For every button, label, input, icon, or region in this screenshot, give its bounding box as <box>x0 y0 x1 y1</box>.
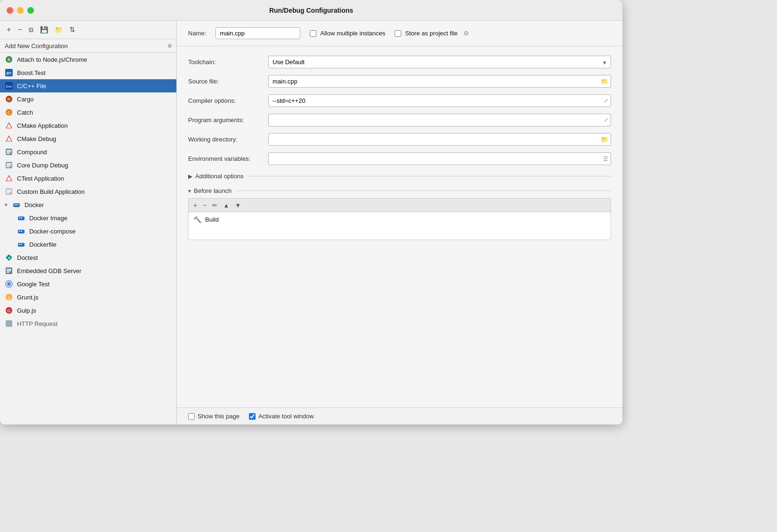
before-launch-divider: ▾ Before launch <box>188 187 611 194</box>
panel-header-label: Add New Configuration <box>5 42 68 50</box>
maximize-button[interactable] <box>27 7 34 14</box>
sidebar-item-compound[interactable]: Compound <box>0 145 176 158</box>
env-vars-input[interactable] <box>268 152 611 165</box>
show-page-checkbox[interactable] <box>188 413 195 420</box>
node-icon: N <box>5 55 13 64</box>
svg-text:G: G <box>7 308 10 313</box>
activate-window-label[interactable]: Activate tool window <box>249 413 314 420</box>
remove-config-button[interactable]: − <box>16 25 24 35</box>
sidebar-item-cargo[interactable]: R Cargo <box>0 92 176 106</box>
store-project-checkbox[interactable] <box>395 30 401 37</box>
compiler-options-wrapper: ⤢ <box>268 94 611 107</box>
toolchain-select[interactable]: Use Default <box>268 56 611 68</box>
before-launch-build-item[interactable]: 🔨 Build <box>189 213 611 225</box>
env-vars-edit-icon[interactable]: ☰ <box>603 156 608 162</box>
docker-image-icon <box>17 214 25 222</box>
before-launch-label: Before launch <box>194 187 231 194</box>
browse-folder-icon[interactable]: 📁 <box>601 78 608 85</box>
sidebar-item-cpp-file[interactable]: C++ C/C++ File <box>0 79 176 92</box>
working-dir-input[interactable] <box>268 133 611 146</box>
compiler-options-label: Compiler options: <box>188 97 268 104</box>
source-file-row: Source file: 📁 <box>188 75 611 88</box>
panel-sort-icon: ≡ <box>168 42 172 50</box>
sidebar-item-label: Google Test <box>17 281 50 288</box>
sidebar-item-cmake-debug[interactable]: CMake Debug <box>0 132 176 145</box>
svg-text:R: R <box>8 97 11 102</box>
sidebar-item-label: Catch <box>17 109 33 116</box>
add-config-button[interactable]: + <box>5 25 13 35</box>
save-config-button[interactable]: 💾 <box>38 25 50 34</box>
before-launch-list: 🔨 Build <box>188 212 611 240</box>
sidebar-item-http[interactable]: HTTP Request <box>0 317 176 330</box>
sidebar-item-docker-compose[interactable]: Docker-compose <box>0 224 176 238</box>
before-launch-add-button[interactable]: + <box>191 200 199 210</box>
program-args-wrapper: ⤢ <box>268 114 611 126</box>
sidebar-item-custom-build[interactable]: Custom Build Application <box>0 185 176 198</box>
before-launch-arrow: ▾ <box>188 188 191 194</box>
minimize-button[interactable] <box>17 7 24 14</box>
before-launch-remove-button[interactable]: − <box>201 200 208 210</box>
sidebar-item-ctest[interactable]: CTest Application <box>0 172 176 185</box>
source-file-input[interactable] <box>268 75 611 88</box>
before-launch-up-button[interactable]: ▲ <box>221 201 231 210</box>
additional-options-arrow: ▶ <box>188 173 192 180</box>
close-button[interactable] <box>7 7 13 14</box>
sidebar-item-label: CMake Debug <box>17 135 56 142</box>
env-vars-control: ☰ <box>268 152 611 165</box>
compiler-options-control: ⤢ <box>268 94 611 107</box>
expand-icon[interactable]: ⤢ <box>604 98 608 104</box>
env-vars-label: Environment variables: <box>188 155 268 162</box>
before-launch-toggle[interactable]: ▾ Before launch <box>188 187 231 194</box>
sidebar-item-doctest[interactable]: ✦ Doctest <box>0 251 176 264</box>
core-dump-icon <box>5 161 13 169</box>
name-input[interactable] <box>215 27 300 39</box>
sidebar-item-label: Docker-compose <box>29 228 75 235</box>
sidebar-item-grunt[interactable]: g Grunt.js <box>0 291 176 304</box>
expand-args-icon[interactable]: ⤢ <box>604 117 608 123</box>
svg-rect-15 <box>7 150 11 151</box>
compiler-options-row: Compiler options: ⤢ <box>188 94 611 107</box>
sidebar-item-docker[interactable]: ▾ Docker <box>0 198 176 211</box>
additional-options-toggle[interactable]: ▶ Additional options <box>188 173 244 180</box>
custom-build-icon <box>5 187 13 196</box>
copy-config-button[interactable]: ⧉ <box>27 25 35 35</box>
compiler-options-input[interactable] <box>268 94 611 107</box>
svg-rect-20 <box>7 165 11 166</box>
sidebar-item-catch[interactable]: C Catch <box>0 106 176 119</box>
docker-compose-icon <box>17 227 25 235</box>
http-icon <box>5 319 13 328</box>
sidebar-item-gulp[interactable]: G Gulp.js <box>0 304 176 317</box>
sidebar-item-label: Compound <box>17 149 47 156</box>
show-page-label[interactable]: Show this page <box>188 413 240 420</box>
sidebar-item-cmake-app[interactable]: CMake Application <box>0 119 176 132</box>
svg-rect-27 <box>7 192 9 193</box>
svg-text:✦: ✦ <box>8 256 11 260</box>
sort-button[interactable]: ⇅ <box>67 25 77 35</box>
sidebar-item-docker-image[interactable]: Docker Image <box>0 211 176 224</box>
sidebar-item-label: Dockerfile <box>29 241 57 248</box>
program-args-input[interactable] <box>268 114 611 126</box>
sidebar-item-label: Docker <box>25 201 44 208</box>
working-dir-wrapper: 📁 <box>268 133 611 146</box>
sidebar-item-core-dump[interactable]: Core Dump Debug <box>0 158 176 172</box>
before-launch-down-button[interactable]: ▼ <box>233 201 243 210</box>
folder-button[interactable]: 📁 <box>53 25 65 34</box>
activate-window-checkbox[interactable] <box>249 413 256 420</box>
svg-rect-30 <box>16 204 17 205</box>
svg-rect-17 <box>7 153 9 154</box>
sidebar-item-boost[interactable]: BT Boost.Test <box>0 66 176 79</box>
sidebar-item-label: Doctest <box>17 254 38 261</box>
browse-dir-icon[interactable]: 📁 <box>601 136 608 143</box>
sidebar-item-label: Embedded GDB Server <box>17 267 82 274</box>
sidebar-item-attach-node[interactable]: N Attach to Node.js/Chrome <box>0 53 176 66</box>
sidebar-item-embedded-gdb[interactable]: Embedded GDB Server <box>0 264 176 277</box>
window-controls[interactable] <box>7 7 34 14</box>
svg-text:C: C <box>8 110 11 115</box>
sidebar-item-dockerfile[interactable]: Dockerfile <box>0 238 176 251</box>
additional-options-divider: ▶ Additional options <box>188 173 611 180</box>
settings-icon[interactable]: ⚙ <box>463 30 469 37</box>
allow-multiple-checkbox[interactable] <box>310 30 316 37</box>
sort-icon: ⇅ <box>69 25 75 34</box>
before-launch-edit-button[interactable]: ✏ <box>210 201 219 210</box>
sidebar-item-google-test[interactable]: Google Test <box>0 277 176 291</box>
